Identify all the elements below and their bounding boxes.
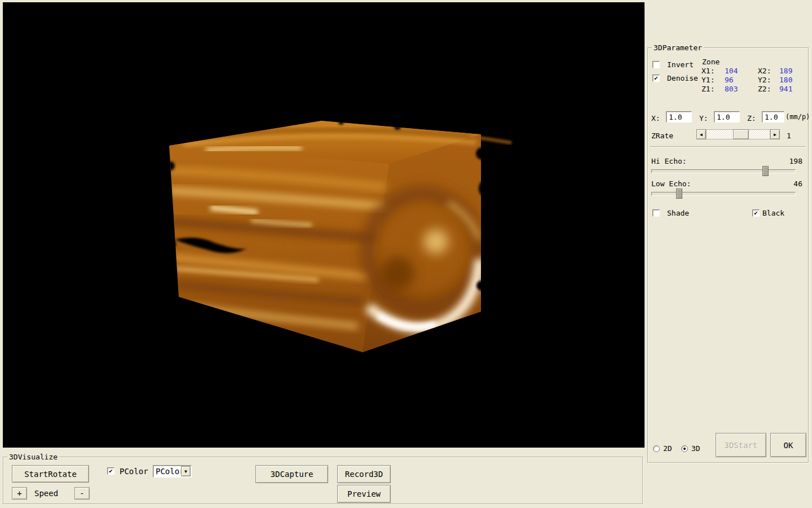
mode-2d-label: 2D	[663, 444, 672, 453]
zone-z1-label: Z1:	[701, 85, 714, 93]
hi-echo-label: Hi Echo:	[651, 157, 687, 165]
parameter-panel-title: 3DParameter	[652, 43, 704, 52]
mode-3d-label: 3D	[691, 444, 700, 453]
zone-y1-value: 96	[725, 76, 734, 84]
capture-3d-button[interactable]: 3DCapture	[255, 465, 328, 483]
hi-echo-slider-track[interactable]	[651, 169, 796, 173]
scale-x-label: X:	[651, 114, 660, 122]
pcolor-dropdown-value: PColor	[156, 467, 184, 476]
shade-checkbox[interactable]	[652, 209, 660, 217]
zone-y2-label: Y2:	[758, 76, 771, 84]
speed-label: Speed	[34, 489, 58, 498]
denoise-checkbox[interactable]: ✔	[652, 75, 660, 82]
pcolor-checkbox[interactable]: ✔	[107, 467, 114, 475]
invert-label: Invert	[667, 60, 694, 69]
low-echo-slider-track[interactable]	[651, 192, 796, 196]
render-viewport[interactable]	[3, 2, 645, 448]
app-window: { "colors": { "window_bg": "#ece9d8", "v…	[0, 0, 812, 508]
zrate-scroll-right-button[interactable]: ▶	[770, 129, 780, 139]
low-echo-label: Low Echo:	[651, 179, 691, 188]
zone-title: Zone	[702, 58, 720, 66]
section-separator	[650, 146, 806, 147]
zone-x1-label: X1:	[701, 67, 714, 75]
zrate-scrollbar: ◀ ▶	[696, 129, 780, 139]
pcolor-checkbox-label: PColor	[120, 467, 148, 476]
zone-x2-label: X2:	[758, 67, 771, 75]
zone-y1-label: Y1:	[701, 76, 714, 84]
check-icon: ✔	[754, 210, 758, 216]
zrate-value: 1	[787, 132, 791, 140]
zone-x1-value: 104	[725, 67, 738, 75]
zone-z2-label: Z2:	[758, 85, 771, 93]
scroll-right-icon: ▶	[774, 132, 776, 137]
zone-z2-value: 941	[779, 85, 792, 93]
scale-z-label: Z:	[747, 114, 756, 122]
zone-x2-value: 189	[779, 67, 792, 75]
scale-y-input[interactable]	[714, 111, 740, 122]
zone-z1-value: 803	[725, 85, 738, 93]
scale-unit-label: (mm/p)	[785, 113, 810, 121]
denoise-label: Denoise	[667, 74, 698, 82]
invert-checkbox[interactable]	[652, 61, 660, 68]
scale-z-input[interactable]	[762, 111, 784, 122]
scroll-left-icon: ◀	[700, 132, 703, 137]
pcolor-dropdown-button[interactable]: ▼	[181, 466, 191, 476]
visualize-panel-title: 3DVisualize	[7, 453, 59, 461]
check-icon: ✔	[654, 75, 658, 81]
scale-y-label: Y:	[699, 114, 708, 122]
start-3d-button[interactable]: 3DStart	[716, 433, 766, 457]
visualize-panel: 3DVisualize StartRotate + Speed - ✔ PCol…	[3, 457, 643, 504]
zrate-scroll-thumb[interactable]	[733, 129, 749, 139]
low-echo-slider[interactable]	[651, 189, 796, 199]
speed-minus-button[interactable]: -	[74, 487, 90, 500]
low-echo-value: 46	[778, 179, 802, 188]
low-echo-slider-thumb[interactable]	[676, 189, 682, 199]
pcolor-dropdown[interactable]: PColor ▼	[153, 465, 192, 478]
preview-button[interactable]: Preview	[337, 485, 391, 503]
speed-plus-button[interactable]: +	[12, 487, 27, 500]
volume-render-3d	[3, 2, 645, 448]
chevron-down-icon: ▼	[184, 469, 187, 474]
ok-button[interactable]: OK	[770, 433, 806, 457]
zrate-scroll-left-button[interactable]: ◀	[696, 129, 706, 139]
scale-x-input[interactable]	[666, 111, 692, 122]
parameter-panel: 3DParameter Invert ✔ Denoise Zone X1: 10…	[647, 47, 809, 463]
black-label: Black	[762, 209, 784, 217]
hi-echo-value: 198	[778, 157, 802, 165]
shade-label: Shade	[667, 209, 689, 217]
zrate-label: ZRate	[651, 132, 673, 140]
zone-y2-value: 180	[779, 76, 792, 84]
hi-echo-slider[interactable]	[651, 166, 796, 176]
radio-dot-icon	[683, 448, 686, 450]
black-checkbox[interactable]: ✔	[752, 209, 760, 217]
check-icon: ✔	[109, 468, 113, 474]
start-rotate-button[interactable]: StartRotate	[12, 465, 89, 483]
mode-3d-radio[interactable]	[681, 445, 688, 452]
mode-2d-radio[interactable]	[653, 445, 660, 452]
hi-echo-slider-thumb[interactable]	[762, 166, 769, 176]
record-3d-button[interactable]: Record3D	[337, 465, 391, 483]
